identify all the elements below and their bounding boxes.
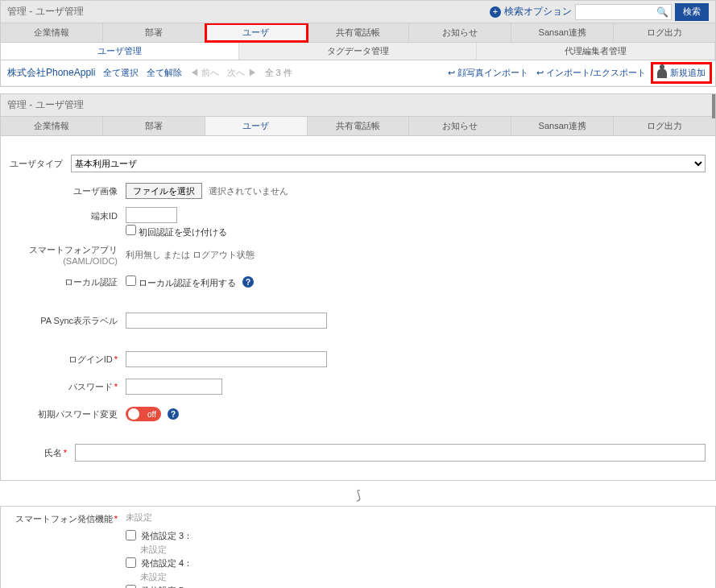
outgoing-cb-4[interactable] — [126, 557, 136, 568]
first-auth-checkbox[interactable] — [126, 225, 136, 235]
record-count: 全 3 件 — [265, 67, 292, 79]
scroll-indicator[interactable] — [712, 94, 715, 118]
outgoing-cb-5[interactable] — [126, 585, 136, 588]
breadcrumb-bar-2: 管理 - ユーザ管理 — [1, 94, 715, 117]
form-panel: 管理 - ユーザ管理 企業情報 部署 ユーザ 共有電話帳 お知らせ Sansan… — [0, 93, 716, 481]
file-status: 選択されていません — [209, 185, 288, 197]
main-tabs: 企業情報 部署 ユーザ 共有電話帳 お知らせ Sansan連携 ログ出力 — [1, 23, 715, 43]
outgoing-cb-3[interactable] — [126, 530, 136, 540]
smart-app-status: 利用無し または ログアウト状態 — [126, 249, 255, 261]
search-options-link[interactable]: + 検索オプション — [490, 5, 572, 19]
init-pw-toggle[interactable]: off — [126, 407, 161, 421]
outgoing-lbl-3: 発信設定 3： — [141, 530, 192, 542]
label-pa-sync: PA Sync表示ラベル — [9, 315, 126, 327]
lower-panel: スマートフォン発信機能* 未設定 発信設定 3： 未設定 発信設定 4： 未設定 — [0, 506, 716, 588]
tab2-notice[interactable]: お知らせ — [409, 117, 511, 135]
tab-shared-phonebook[interactable]: 共有電話帳 — [308, 23, 410, 42]
next-link: 次へ ▶ — [227, 67, 256, 79]
label-init-pw: 初期パスワード変更 — [9, 408, 126, 420]
tab2-user[interactable]: ユーザ — [205, 117, 308, 135]
label-device-id: 端末ID — [9, 207, 126, 222]
tab-sansan[interactable]: Sansan連携 — [511, 23, 614, 42]
tab2-log[interactable]: ログ出力 — [614, 117, 715, 135]
import-export-link[interactable]: ↩ インポート/エクスポート — [536, 67, 646, 79]
tab-notice[interactable]: お知らせ — [409, 23, 511, 42]
pa-sync-input[interactable] — [126, 313, 327, 329]
add-new-button[interactable]: 新規追加 — [654, 65, 709, 81]
outgoing-sub-4: 未設定 — [140, 571, 192, 583]
info-icon[interactable]: ? — [242, 276, 254, 288]
name-input[interactable] — [75, 444, 706, 462]
tab-dept[interactable]: 部署 — [103, 23, 205, 42]
main-tabs-2: 企業情報 部署 ユーザ 共有電話帳 お知らせ Sansan連携 ログ出力 — [1, 117, 715, 136]
breadcrumb-chevron-icon — [87, 1, 95, 23]
breadcrumb-title-2: 管理 - ユーザ管理 — [7, 98, 84, 112]
add-new-label: 新規追加 — [670, 67, 706, 79]
org-name[interactable]: 株式会社PhoneAppli — [7, 66, 95, 80]
toggle-label: off — [147, 410, 156, 419]
select-all-link[interactable]: 全て選択 — [103, 67, 139, 79]
prev-link: ◀ 前へ — [190, 67, 219, 79]
label-password: パスワード* — [9, 381, 126, 393]
first-auth-checkbox-label[interactable]: 初回認証を受け付ける — [126, 225, 227, 238]
user-form: ユーザタイプ 基本利用ユーザ ユーザ画像 ファイルを選択 選択されていません 端… — [1, 136, 715, 480]
local-auth-checkbox[interactable] — [126, 275, 136, 286]
label-outgoing: スマートフォン発信機能* — [9, 511, 126, 525]
label-user-image: ユーザ画像 — [9, 185, 126, 197]
subtab-user-mgmt[interactable]: ユーザ管理 — [1, 43, 239, 60]
outgoing-lbl-5: 発信設定 5： — [141, 585, 192, 588]
tab2-dept[interactable]: 部署 — [103, 117, 205, 135]
outgoing-lbl-4: 発信設定 4： — [141, 557, 192, 569]
tab-user[interactable]: ユーザ — [205, 23, 308, 42]
outgoing-pre-sub: 未設定 — [126, 511, 152, 524]
tab2-sansan[interactable]: Sansan連携 — [511, 117, 614, 135]
user-toolbar: 株式会社PhoneAppli 全て選択 全て解除 ◀ 前へ 次へ ▶ 全 3 件… — [1, 60, 715, 86]
sub-tabs: ユーザ管理 タグデータ管理 代理編集者管理 — [1, 43, 715, 60]
deselect-all-link[interactable]: 全て解除 — [147, 67, 182, 79]
content-cut-indicator: ⟆ — [0, 487, 716, 503]
password-input[interactable] — [126, 379, 222, 395]
photo-import-link[interactable]: ↩ 顔写真インポート — [448, 67, 528, 79]
subtab-tagdata[interactable]: タグデータ管理 — [239, 43, 478, 60]
breadcrumb-bar: 管理 - ユーザ管理 + 検索オプション 🔍 検索 — [1, 1, 715, 23]
breadcrumb-title: 管理 - ユーザ管理 — [7, 5, 84, 19]
tab2-shared-phonebook[interactable]: 共有電話帳 — [308, 117, 410, 135]
label-user-type: ユーザタイプ — [9, 158, 71, 170]
toggle-knob — [128, 408, 139, 420]
local-auth-checkbox-label[interactable]: ローカル認証を利用する — [126, 275, 236, 289]
search-button[interactable]: 検索 — [675, 3, 709, 21]
info-icon-2[interactable]: ? — [168, 408, 179, 420]
person-add-icon — [657, 68, 667, 78]
tab2-company[interactable]: 企業情報 — [1, 117, 103, 135]
outgoing-list: 発信設定 3： 未設定 発信設定 4： 未設定 発信設定 5： 未設定 — [126, 524, 192, 588]
subtab-proxy-editor[interactable]: 代理編集者管理 — [477, 43, 715, 60]
breadcrumb-chevron-icon-2 — [87, 94, 95, 117]
top-panel: 管理 - ユーザ管理 + 検索オプション 🔍 検索 企業情報 部署 ユーザ 共有… — [0, 0, 716, 87]
tab-log[interactable]: ログ出力 — [614, 23, 715, 42]
label-login-id: ログインID* — [9, 354, 126, 366]
label-name: 氏名* — [9, 447, 75, 459]
login-id-input[interactable] — [126, 351, 327, 367]
search-options-label: 検索オプション — [504, 5, 572, 19]
plus-circle-icon: + — [490, 6, 501, 18]
label-smart-app: スマートフォンアプリ (SAML/OIDC) — [9, 244, 126, 266]
file-select-button[interactable]: ファイルを選択 — [126, 183, 202, 199]
search-input[interactable] — [575, 4, 672, 20]
label-local-auth: ローカル認証 — [9, 276, 126, 288]
outgoing-sub-3: 未設定 — [140, 544, 192, 556]
device-id-input[interactable] — [126, 207, 177, 223]
tab-company[interactable]: 企業情報 — [1, 23, 103, 42]
user-type-select[interactable]: 基本利用ユーザ — [71, 155, 706, 172]
